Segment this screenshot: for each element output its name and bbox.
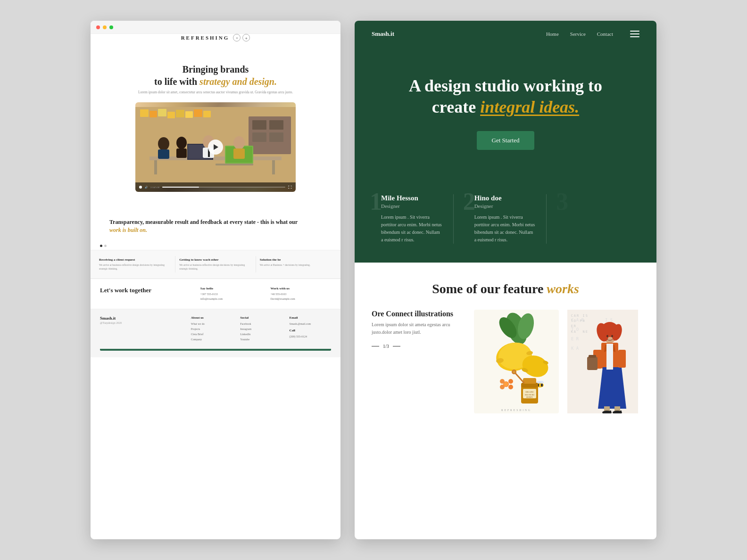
svg-text:ORGANIC: ORGANIC (525, 391, 534, 393)
hero-italic: integral ideas. (480, 98, 579, 116)
nav-link-contact[interactable]: Contact (597, 31, 613, 37)
video-expand-icon[interactable]: ⛶ (288, 185, 292, 189)
video-volume-icon: 🔊 (145, 186, 148, 189)
nav-link-home[interactable]: Home (546, 31, 559, 37)
footer-link-linkedin[interactable]: LinkedIn (240, 332, 282, 337)
svg-rect-93 (610, 411, 611, 413)
svg-rect-1 (140, 109, 149, 117)
process-dots-row (91, 243, 340, 250)
svg-rect-6 (185, 111, 193, 118)
work-card-left: Ore Connect illustrations Lorem ipsum do… (372, 310, 467, 442)
video-thumbnail[interactable]: 🔊 2:34/5:00 ⛶ (135, 102, 296, 192)
counter-value: 1/3 (383, 344, 389, 349)
process-step-2: Getting to know wach other We arrive at … (175, 256, 256, 272)
footer-link-company[interactable]: Company (191, 337, 232, 342)
team-member-3: 3 (558, 194, 639, 244)
footer-phone-value[interactable]: (209) 555-0124 (290, 334, 331, 339)
svg-rect-50 (539, 384, 541, 387)
counter-dash-right (393, 346, 400, 346)
footer-link-instagram[interactable]: Instagram (240, 327, 282, 332)
nav-link-service[interactable]: Service (570, 31, 586, 37)
left-contact-section: Let's work together Say hello +307 555-0… (91, 279, 340, 309)
left-footer: Smash.it @Turpdesign 2020 About us What … (91, 309, 340, 357)
footer-about-col: About us What we do Projects Cleta Brief… (191, 316, 232, 342)
svg-rect-86 (589, 355, 596, 358)
svg-rect-8 (203, 111, 211, 117)
team-content-2: Hino doe Designer Lorem ipsum . Sit vive… (465, 194, 535, 244)
footer-about-title: About us (191, 316, 232, 320)
svg-point-77 (606, 335, 608, 338)
footer-email-value[interactable]: Smash.@mail.com (290, 321, 331, 327)
hamburger-menu[interactable] (630, 31, 639, 37)
svg-rect-3 (158, 109, 166, 116)
step-1-desc: We arrive at business-reflective design … (99, 264, 171, 271)
footer-link-what[interactable]: What we do (191, 321, 232, 327)
works-title: Some of our feature works (372, 281, 639, 296)
page-wrapper: REFRESHING ✦ ◈ Bringing brands to life w… (0, 0, 747, 560)
svg-rect-23 (158, 149, 169, 159)
contact-heading: Let's work together (100, 287, 191, 294)
svg-rect-10 (252, 120, 266, 130)
footer-bottom-bar (100, 349, 331, 351)
left-content: REFRESHING ✦ ◈ Bringing brands to life w… (91, 34, 340, 357)
svg-rect-5 (176, 110, 184, 117)
get-started-button[interactable]: Get Started (477, 131, 535, 150)
works-title-text: Some of our feature (432, 281, 547, 296)
say-hello-phone: +307 555-0133 (200, 292, 261, 297)
work-card-right: CAR IS TO PH ER KA NE C A R I S T O P H (565, 310, 639, 413)
process-dot-1 (104, 245, 107, 247)
svg-text:K A: K A (571, 346, 579, 351)
svg-point-22 (158, 137, 169, 150)
left-heading: Bringing brands to life with strategy an… (109, 63, 322, 88)
footer-social-col: Social Facebook Instagram LinkedIn Youtu… (240, 316, 282, 342)
team-number-3: 3 (556, 189, 568, 214)
team-member-1: 1 Mile Hesson Designer Lorem ipsum . Sit… (372, 194, 453, 244)
letter-grid: CAR IS TO PH ER KA NE (571, 313, 634, 335)
heading-line1: Bringing brands (183, 64, 249, 74)
svg-point-43 (500, 379, 505, 384)
footer-link-cleta[interactable]: Cleta Brief (191, 332, 232, 337)
left-hero: Bringing brands to life with strategy an… (91, 50, 340, 211)
video-progress-bg (162, 187, 285, 188)
lemon-svg: ORGANIC BEE FOUND HONEY REFRESHING (474, 310, 559, 413)
right-panel: Smash.it Home Service Contact A design s… (355, 21, 656, 539)
footer-email-title: Email (290, 316, 331, 320)
left-transparency-section: Transparency, measurable result and feed… (91, 211, 340, 243)
svg-rect-92 (620, 411, 622, 413)
svg-point-47 (504, 382, 508, 387)
right-nav: Smash.it Home Service Contact (355, 21, 656, 47)
svg-rect-51 (541, 384, 543, 387)
footer-link-facebook[interactable]: Facebook (240, 321, 282, 327)
footer-link-youtube[interactable]: Youtube (240, 337, 282, 342)
footer-social-title: Social (240, 316, 282, 320)
work-with-us-col: Work with us +40 555-0103 David@example.… (270, 287, 331, 301)
svg-point-44 (508, 379, 513, 384)
counter-dash-left (372, 346, 379, 346)
contact-heading-area: Let's work together (100, 287, 191, 301)
work-title: Ore Connect illustrations (372, 310, 467, 318)
process-step-1: Receiving a client request We arrive at … (95, 256, 175, 272)
footer-call-label: Call (290, 329, 331, 332)
step-3-desc: We arrive at Business + decisions by int… (260, 264, 332, 267)
team-name-1: Mile Hesson (381, 194, 442, 202)
team-divider (453, 194, 454, 244)
say-hello-email: info@example.com (200, 297, 261, 302)
video-controls-bar: 🔊 2:34/5:00 ⛶ (135, 182, 296, 192)
icon-circle-1: ✦ (233, 34, 241, 41)
window-top-bar (91, 21, 340, 34)
team-divider-2 (546, 194, 547, 244)
work-with-us-email: David@example.com (270, 297, 331, 302)
svg-text:HONEY: HONEY (526, 396, 533, 398)
team-desc-2: Lorem ipsum . Sit viverra porttitor arcu… (474, 214, 535, 244)
left-logo-icons: ✦ ◈ (233, 34, 250, 41)
team-section: 1 Mile Hesson Designer Lorem ipsum . Sit… (355, 183, 656, 263)
process-steps: Receiving a client request We arrive at … (91, 250, 340, 279)
play-button[interactable] (208, 140, 223, 155)
footer-copyright: @Turpdesign 2020 (100, 321, 183, 324)
heading-line2: to life with (154, 76, 199, 87)
video-progress-fill (162, 187, 199, 188)
svg-rect-12 (252, 132, 266, 142)
svg-rect-7 (194, 109, 202, 117)
footer-link-projects[interactable]: Projects (191, 327, 232, 332)
hamburger-line-2 (630, 33, 639, 34)
